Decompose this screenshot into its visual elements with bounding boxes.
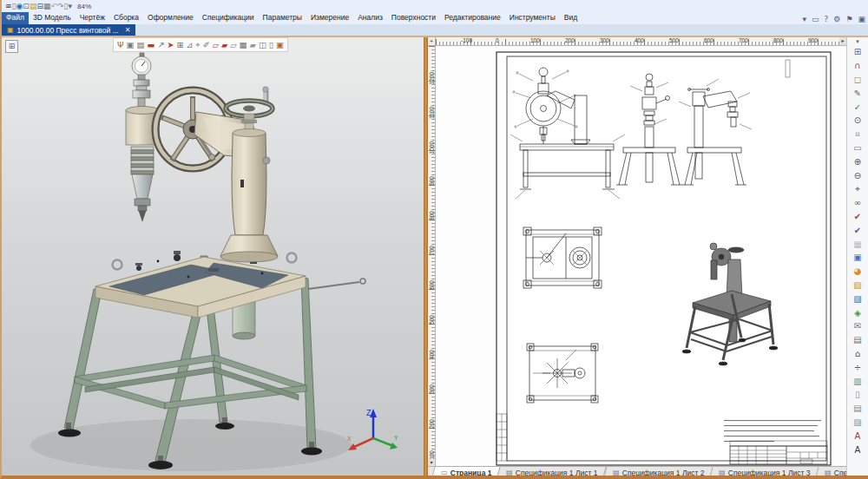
document-tab[interactable]: ▣ 1000.00.00 Пресс винтовой ... ✕ bbox=[2, 24, 135, 36]
extrusion-icon[interactable]: ▱ bbox=[213, 39, 219, 50]
ruler-origin-button[interactable]: + bbox=[428, 37, 436, 46]
Спецификации[interactable]: Спецификации bbox=[198, 12, 259, 24]
zoom-in-icon[interactable]: ⊕ bbox=[851, 154, 865, 168]
axis-y-label: Y bbox=[393, 435, 398, 442]
check-profile-icon[interactable]: ✓ bbox=[851, 100, 865, 114]
mesh-body-icon[interactable]: ▦ bbox=[240, 39, 247, 50]
zoom-extents-icon[interactable]: ⌖ bbox=[851, 182, 865, 196]
hatch-icon[interactable]: ▨ bbox=[851, 416, 865, 430]
render-mode-icon[interactable]: ▣ bbox=[126, 39, 134, 50]
stand-braces[interactable] bbox=[75, 355, 306, 409]
zoom-area-icon[interactable]: ⊙ bbox=[851, 114, 865, 128]
horizontal-ruler[interactable]: -1000100200300400500600700800900 ▸ bbox=[436, 37, 846, 46]
undo-icon[interactable]: ↶ bbox=[50, 2, 57, 10]
Вид[interactable]: Вид bbox=[560, 12, 582, 24]
snap-region-icon[interactable]: ◻ bbox=[851, 73, 865, 87]
column-knob[interactable] bbox=[263, 157, 270, 164]
font-icon[interactable]: A bbox=[851, 443, 865, 456]
check-assembly-icon[interactable]: ✔ bbox=[851, 223, 865, 237]
path-icon[interactable]: ✐ bbox=[203, 39, 210, 50]
ghost-solid-icon[interactable]: ▦ bbox=[851, 237, 865, 251]
education-icon[interactable]: ⌂ bbox=[851, 347, 865, 361]
divide-icon[interactable]: ÷ bbox=[851, 360, 865, 374]
drawing-canvas[interactable] bbox=[436, 46, 846, 466]
Измерение[interactable]: Измерение bbox=[306, 12, 353, 24]
press-3d-model[interactable]: Z X Y bbox=[2, 37, 424, 478]
vector-icon[interactable]: ↗ bbox=[157, 39, 164, 50]
document-tab-title: 1000.00.00 Пресс винтовой ... bbox=[17, 26, 119, 35]
Файл[interactable]: Файл bbox=[2, 12, 29, 24]
app-menu-icon[interactable]: ≡ bbox=[5, 2, 12, 10]
boolean-icon[interactable]: ◫ bbox=[259, 39, 266, 50]
ruler-scroll-right[interactable]: ▸ bbox=[839, 37, 846, 45]
sketch-measure-icon[interactable]: ✎ bbox=[851, 86, 865, 100]
picture-page-icon[interactable]: ▤ bbox=[851, 402, 865, 416]
shaded-solid-icon[interactable]: ◈ bbox=[851, 305, 865, 319]
Поверхности[interactable]: Поверхности bbox=[387, 12, 440, 24]
flag-icon[interactable]: ⚑ bbox=[843, 14, 855, 23]
toolbar-options-icon[interactable]: ▾ bbox=[69, 2, 73, 10]
drawing-sheet[interactable] bbox=[496, 52, 831, 465]
font-style-icon[interactable]: A bbox=[851, 429, 865, 443]
orientation-triad[interactable]: Z X Y bbox=[347, 409, 398, 450]
envelope-icon[interactable]: ✉ bbox=[851, 319, 865, 333]
axis-icon[interactable]: ⊿ bbox=[186, 39, 193, 50]
box-icon[interactable]: ▱ bbox=[230, 39, 236, 50]
material-icon[interactable]: ▬ bbox=[147, 39, 155, 50]
Анализ[interactable]: Анализ bbox=[353, 12, 387, 24]
settings-gear-icon[interactable]: ⚙ bbox=[831, 14, 843, 23]
lcs-icon[interactable]: Ψ bbox=[117, 39, 123, 50]
3D Модель[interactable]: 3D Модель bbox=[29, 12, 76, 24]
900: 900 bbox=[808, 37, 818, 43]
tab-spec-sheet-1[interactable]: ▤ Спецификация 1 Лист 1 bbox=[497, 466, 608, 478]
blank-page-icon[interactable]: ▯ bbox=[851, 388, 865, 402]
page-setup-icon[interactable]: ⊞ bbox=[851, 45, 865, 59]
redo-icon[interactable]: ↷ bbox=[57, 2, 64, 10]
model-tree-toggle[interactable]: ⊞ bbox=[5, 40, 18, 53]
Оформление[interactable]: Оформление bbox=[143, 12, 198, 24]
window-layout-icon[interactable]: ▣ bbox=[855, 14, 868, 23]
close-tab-icon[interactable]: ✕ bbox=[125, 26, 131, 34]
rotation-body-icon[interactable]: ▰ bbox=[221, 39, 227, 50]
tab-page-1[interactable]: ▭ Страница 1 bbox=[431, 466, 501, 478]
toolbar-overflow-icon[interactable]: ▾ bbox=[856, 38, 859, 45]
drawing-pane[interactable]: + -1000100200300400500600700800900 ▸ 120… bbox=[428, 37, 846, 478]
Чертёж[interactable]: Чертёж bbox=[76, 12, 109, 24]
page-zoom-icon[interactable]: ▤ bbox=[851, 333, 865, 347]
Инструменты[interactable]: Инструменты bbox=[505, 12, 560, 24]
monitor-icon[interactable]: ▣ bbox=[851, 251, 865, 265]
Редактирование[interactable]: Редактирование bbox=[440, 12, 505, 24]
help-icon[interactable]: ? bbox=[822, 14, 832, 23]
local-cs-icon[interactable]: ⌖ bbox=[195, 39, 200, 50]
tab-spec-sheet-3[interactable]: ▤ Спецификация 1 Лист 3 bbox=[709, 466, 819, 478]
Сборка[interactable]: Сборка bbox=[109, 12, 143, 24]
zoom-out-icon[interactable]: ⊖ bbox=[851, 168, 865, 182]
sheet-body-icon[interactable]: ▯ bbox=[269, 39, 273, 50]
workplane-icon[interactable]: ⊞ bbox=[176, 39, 183, 50]
ribbon-collapse-icon[interactable]: ▾ bbox=[800, 14, 810, 23]
window-icon[interactable]: ⊡ bbox=[23, 2, 30, 10]
pie-chart-icon[interactable]: ◕ bbox=[851, 265, 865, 279]
vertical-ruler[interactable]: 120011001000900800700600500400300200100 … bbox=[428, 46, 436, 466]
check-model-icon[interactable]: ✔ bbox=[851, 210, 865, 224]
sheet-add-icon[interactable]: ▣ bbox=[276, 39, 284, 50]
select-window-icon[interactable]: ▭ bbox=[809, 14, 822, 23]
Параметры[interactable]: Параметры bbox=[259, 12, 306, 24]
image-icon[interactable]: ▥ bbox=[851, 374, 865, 388]
layers-icon[interactable]: ▤ bbox=[136, 39, 144, 50]
yellow-solid-icon[interactable]: ▧ bbox=[851, 279, 865, 292]
solid-body-icon[interactable]: ▰ bbox=[250, 39, 256, 50]
500: 500 bbox=[669, 37, 679, 43]
tab-spec-sheet-2[interactable]: ▤ Спецификация 1 Лист 2 bbox=[603, 466, 713, 478]
3d-view-pane[interactable]: ⊞ Ψ▣▤▬↗➤⊞⊿⌖✐▱▰▱▦▰◫▯▣ bbox=[2, 37, 424, 478]
tab-spec-sheet-4[interactable]: ▤ Спецификация 1 Лист 4 bbox=[815, 466, 846, 478]
save-icon[interactable]: ⊟ bbox=[36, 2, 43, 10]
side-rod[interactable] bbox=[308, 282, 359, 289]
view-orientation-icon[interactable]: ∞ bbox=[851, 196, 865, 210]
frame-icon[interactable]: ▭ bbox=[851, 141, 865, 155]
cursor-icon[interactable]: ➤ bbox=[167, 39, 174, 50]
select-frame-icon[interactable]: ⌗ bbox=[851, 128, 865, 141]
move-solid-icon[interactable]: ▨ bbox=[851, 292, 865, 305]
magnet-snap-icon[interactable]: ∩ bbox=[851, 59, 865, 73]
ruler-scroll-down[interactable]: ▾ bbox=[428, 459, 435, 466]
